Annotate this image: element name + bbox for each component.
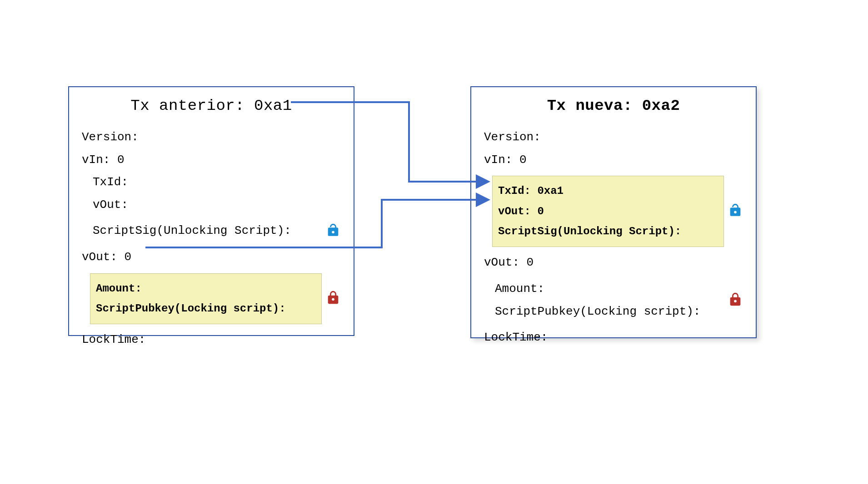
version-label: Version:: [82, 128, 341, 147]
scriptsig-label: ScriptSig(Unlocking Script):: [82, 222, 322, 241]
highlight-vout-anterior: Amount: ScriptPubkey(Locking script):: [90, 273, 322, 325]
closed-lock-icon: [728, 291, 743, 309]
open-lock-icon: [325, 222, 341, 240]
tx-title-anterior: Tx anterior: 0xa1: [82, 97, 341, 114]
highlight-vin-nueva: TxId: 0xa1 vOut: 0 ScriptSig(Unlocking S…: [492, 176, 724, 247]
vout-inner-label: vOut: 0: [498, 203, 718, 220]
scriptpubkey-label: ScriptPubkey(Locking script):: [96, 300, 316, 317]
tx-title-nueva: Tx nueva: 0xa2: [484, 97, 743, 114]
version-label: Version:: [484, 128, 743, 147]
txid-label: TxId:: [82, 173, 341, 192]
vout-label: vOut: 0: [82, 248, 341, 267]
locktime-label: LockTime:: [484, 328, 743, 347]
vin-label: vIn: 0: [82, 151, 341, 170]
closed-lock-icon: [325, 290, 341, 307]
diagram-canvas: Tx anterior: 0xa1 Version: vIn: 0 TxId: …: [0, 0, 868, 484]
scriptsig-label: ScriptSig(Unlocking Script):: [498, 223, 718, 240]
vin-label: vIn: 0: [484, 151, 743, 170]
open-lock-icon: [728, 202, 743, 220]
vout-label: vOut: 0: [484, 253, 743, 272]
tx-box-anterior: Tx anterior: 0xa1 Version: vIn: 0 TxId: …: [68, 86, 354, 336]
locktime-label: LockTime:: [82, 331, 341, 350]
amount-label: Amount:: [96, 280, 316, 297]
vout-inner-label: vOut:: [82, 196, 341, 215]
tx-box-nueva: Tx nueva: 0xa2 Version: vIn: 0 TxId: 0xa…: [470, 86, 757, 338]
scriptpubkey-label: ScriptPubkey(Locking script):: [484, 302, 724, 321]
amount-label: Amount:: [484, 280, 724, 299]
txid-label: TxId: 0xa1: [498, 183, 718, 200]
